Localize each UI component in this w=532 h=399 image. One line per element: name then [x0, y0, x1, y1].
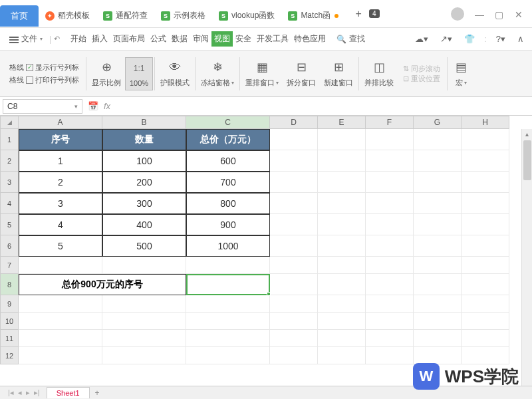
cell[interactable]	[414, 129, 462, 150]
cell[interactable]	[19, 313, 102, 330]
row-header-1[interactable]: 1	[0, 129, 19, 150]
cell[interactable]	[366, 313, 414, 330]
sheet-first-icon[interactable]: |◂	[8, 388, 14, 397]
cell-c4[interactable]: 800	[186, 193, 270, 214]
name-box[interactable]: C8 ▾	[3, 99, 82, 114]
menu-search[interactable]: 🔍 查找	[336, 33, 365, 45]
cell[interactable]	[102, 295, 186, 313]
col-header-g[interactable]: G	[414, 116, 462, 129]
cell[interactable]	[270, 295, 318, 313]
cell[interactable]	[270, 150, 318, 172]
cell-a2[interactable]: 1	[19, 150, 102, 172]
cell[interactable]	[414, 313, 462, 330]
cell[interactable]	[270, 330, 318, 347]
add-sheet-button[interactable]: +	[90, 387, 105, 399]
menu-insert[interactable]: 插入	[89, 31, 110, 47]
cell[interactable]	[186, 295, 270, 313]
fill-handle-icon[interactable]	[267, 292, 271, 296]
cell[interactable]	[270, 193, 318, 214]
cell[interactable]	[318, 257, 366, 274]
row-header-7[interactable]: 7	[0, 257, 19, 274]
cell[interactable]	[270, 172, 318, 193]
cell-a5[interactable]: 4	[19, 214, 102, 235]
cell[interactable]	[366, 172, 414, 193]
row-header-3[interactable]: 3	[0, 172, 19, 193]
cell[interactable]	[318, 295, 366, 313]
cell-a8-b8-merged[interactable]: 总价900万元的序号	[19, 274, 186, 295]
freeze-panes-button[interactable]: ❄冻结窗格▾	[197, 57, 238, 90]
row-header-5[interactable]: 5	[0, 214, 19, 235]
menu-special[interactable]: 特色应用	[291, 31, 329, 47]
side-by-side-button[interactable]: ◫并排比较	[360, 57, 398, 90]
scroll-up-icon[interactable]: ▴	[522, 129, 532, 139]
row-header-9[interactable]: 9	[0, 295, 19, 313]
cell[interactable]	[414, 257, 462, 274]
row-header-10[interactable]: 10	[0, 313, 19, 330]
cell[interactable]	[270, 347, 318, 364]
cell[interactable]	[414, 193, 462, 214]
cell[interactable]	[414, 150, 462, 172]
cell[interactable]	[102, 313, 186, 330]
print-rowcol-checkbox[interactable]: 格线 打印行号列标	[9, 75, 79, 85]
cell[interactable]	[366, 214, 414, 235]
zoom-100-button[interactable]: 1:1100%	[125, 57, 153, 90]
cell[interactable]	[462, 257, 509, 274]
cell[interactable]	[462, 214, 509, 235]
maximize-button[interactable]: ▢	[495, 9, 504, 19]
cell[interactable]	[414, 274, 462, 295]
cell[interactable]	[186, 330, 270, 347]
cell[interactable]	[318, 129, 366, 150]
sheet-tab-sheet1[interactable]: Sheet1	[47, 387, 90, 398]
cell[interactable]	[462, 347, 509, 364]
cell[interactable]	[366, 295, 414, 313]
cell[interactable]	[270, 129, 318, 150]
cell-b1[interactable]: 数量	[102, 129, 186, 150]
cell-c8-selected[interactable]	[186, 274, 270, 295]
cell-c5[interactable]: 900	[186, 214, 270, 235]
zoom-button[interactable]: ⊕显示比例	[88, 57, 125, 90]
menu-view[interactable]: 视图	[211, 31, 233, 47]
close-button[interactable]: ✕	[515, 9, 524, 19]
new-window-button[interactable]: ⊞新建窗口	[320, 57, 357, 90]
col-header-c[interactable]: C	[186, 116, 270, 129]
cell-b3[interactable]: 200	[102, 172, 186, 193]
col-header-d[interactable]: D	[270, 116, 318, 129]
col-header-a[interactable]: A	[19, 116, 102, 129]
cell[interactable]	[462, 295, 509, 313]
cell-a6[interactable]: 5	[19, 235, 102, 257]
cell[interactable]	[318, 214, 366, 235]
cell[interactable]	[318, 235, 366, 257]
col-header-e[interactable]: E	[318, 116, 366, 129]
cell[interactable]	[462, 330, 509, 347]
cell[interactable]	[19, 347, 102, 364]
cell[interactable]	[270, 214, 318, 235]
cell[interactable]	[414, 235, 462, 257]
cell[interactable]	[462, 274, 509, 295]
cell[interactable]	[19, 295, 102, 313]
tab-vlookup[interactable]: Svlookup函数	[212, 5, 281, 27]
cell-c2[interactable]: 600	[186, 150, 270, 172]
cell[interactable]	[318, 330, 366, 347]
col-header-h[interactable]: H	[462, 116, 509, 129]
row-header-11[interactable]: 11	[0, 330, 19, 347]
cell-a4[interactable]: 3	[19, 193, 102, 214]
cell[interactable]	[366, 235, 414, 257]
menu-devtools[interactable]: 开发工具	[254, 31, 291, 47]
col-header-f[interactable]: F	[366, 116, 414, 129]
cell[interactable]	[186, 257, 270, 274]
user-avatar-icon[interactable]	[451, 7, 464, 21]
row-header-6[interactable]: 6	[0, 235, 19, 257]
cell[interactable]	[366, 193, 414, 214]
cell[interactable]	[366, 330, 414, 347]
menu-security[interactable]: 安全	[233, 31, 254, 47]
menu-layout[interactable]: 页面布局	[110, 31, 148, 47]
menu-review[interactable]: 审阅	[190, 31, 211, 47]
sync-scroll-button[interactable]: ⇅ 同步滚动	[403, 64, 440, 74]
cell-c6[interactable]: 1000	[186, 235, 270, 257]
sheet-last-icon[interactable]: ▸|	[34, 388, 40, 397]
cell[interactable]	[270, 313, 318, 330]
tab-add-button[interactable]: +	[350, 6, 366, 22]
back-icon[interactable]: ↶	[54, 35, 60, 43]
menu-data[interactable]: 数据	[169, 31, 190, 47]
cell-b5[interactable]: 400	[102, 214, 186, 235]
